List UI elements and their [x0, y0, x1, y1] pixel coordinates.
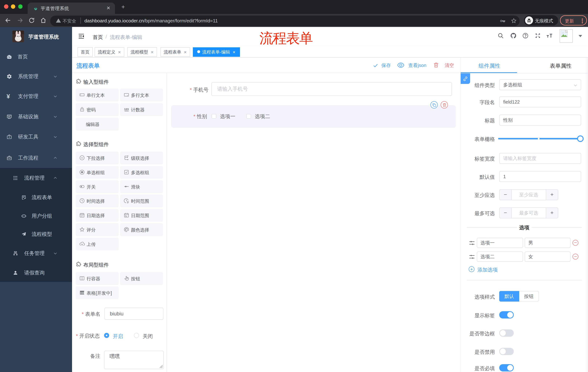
- svg-text:123: 123: [124, 107, 129, 111]
